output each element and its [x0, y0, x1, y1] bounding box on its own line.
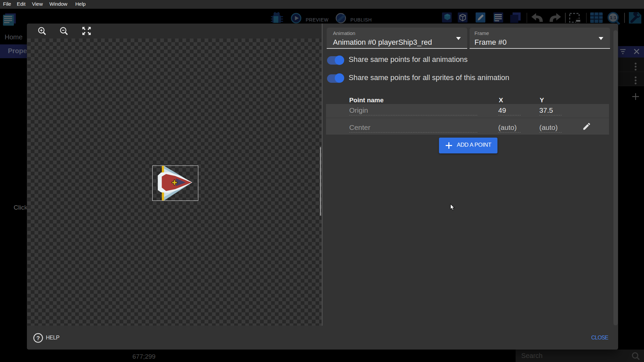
svg-text:?: ?: [36, 335, 40, 341]
